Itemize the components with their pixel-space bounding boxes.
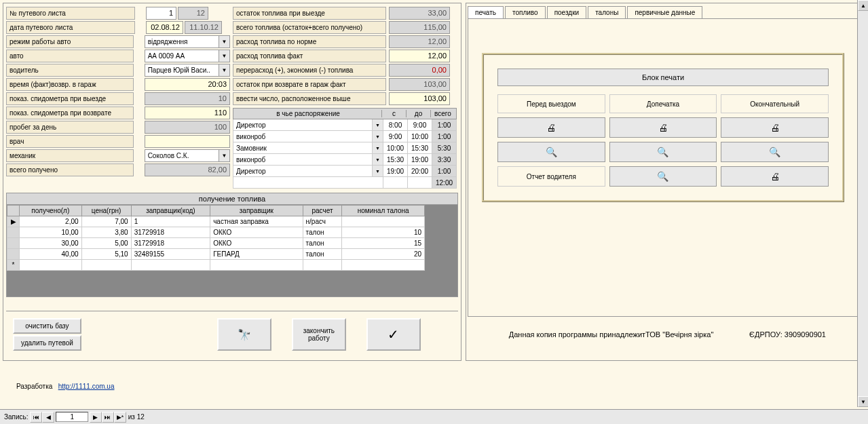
disposal-grand-total: 12:00 (432, 177, 457, 189)
disposal-row[interactable]: Директор▼8:009:001:00 (233, 119, 457, 131)
return-fact: 103,00 (389, 78, 450, 91)
input-sheet-no[interactable]: 1 (146, 7, 176, 20)
label-total-received: всего получено (6, 163, 134, 176)
preview-final-button[interactable]: 🔍 (721, 142, 829, 162)
label-mileage: пробег за день (6, 121, 134, 134)
label-return-time: время (факт)возвр. в гараж (6, 78, 134, 91)
edrpou-value: 3909090901 (785, 330, 826, 339)
nav-first-button[interactable]: ⏮ (30, 412, 42, 423)
magnifier-icon: 🔍 (657, 147, 668, 157)
chevron-down-icon[interactable]: ▼ (372, 119, 383, 130)
disposal-row[interactable]: Директор▼19:0020:001:00 (233, 166, 457, 177)
table-row[interactable]: 40,005,1032489155ГЕПАРДталон20 (7, 249, 425, 260)
label-return-fact: остаток при возврате в гараж факт (233, 78, 386, 91)
tab-первичные данные[interactable]: первичные данные (627, 6, 702, 18)
status-bar: Запись: ⏮ ◀ 1 ▶ ⏭ ▶* из 12 (0, 409, 868, 424)
chevron-down-icon[interactable]: ▼ (372, 154, 383, 165)
disposal-row[interactable]: виконроб▼15:3019:003:30 (233, 154, 457, 166)
search-button[interactable]: 🔭 (217, 318, 271, 351)
driver-report-print-button[interactable]: 🖨 (721, 166, 829, 187)
label-mechanic: механик (6, 149, 134, 162)
disposal-row[interactable]: виконроб▼9:0010:001:00 (233, 131, 457, 142)
label-fuel-out: остаток топлива при выезде (233, 7, 386, 20)
print-header-final: Окончательный (721, 94, 829, 113)
driver-report-preview-button[interactable]: 🔍 (609, 166, 717, 187)
chevron-down-icon[interactable]: ▼ (219, 150, 229, 161)
print-before-button[interactable]: 🖨 (497, 117, 605, 138)
input-doctor[interactable] (145, 135, 230, 148)
disposal-table: в чье распоряжение с до всего Директор▼8… (233, 108, 457, 189)
chevron-down-icon[interactable]: ▼ (372, 166, 383, 176)
delete-sheet-button[interactable]: удалить путевой (13, 335, 81, 351)
label-enter-above: ввести число, расположенное выше (233, 92, 386, 105)
chevron-down-icon[interactable]: ▼ (372, 131, 383, 142)
combo-driver[interactable]: Парцев Юрій Васи.. ▼ (145, 64, 230, 77)
fuel-title: получение топлива (7, 193, 457, 205)
chevron-down-icon[interactable]: ▼ (372, 142, 383, 153)
date2: 11.10.12 (185, 21, 222, 34)
preview-before-button[interactable]: 🔍 (497, 142, 605, 162)
nav-new-button[interactable]: ▶* (114, 412, 126, 423)
input-fuel-fact[interactable]: 12,00 (389, 50, 450, 62)
finish-button[interactable]: закончить работу (292, 318, 346, 351)
table-row[interactable]: 30,005,0031729918ОККОталон15 (7, 238, 425, 249)
chevron-down-icon[interactable]: ▼ (219, 64, 229, 76)
tab-талоны[interactable]: талоны (588, 6, 626, 18)
combo-work-mode[interactable]: відрядження ▼ (145, 35, 230, 48)
table-row[interactable]: 10,003,8031729918ОККОталон10 (7, 227, 425, 238)
label-overrun: перерасход (+), экономия (-) топлива (233, 64, 386, 77)
label-driver: водитель (6, 64, 134, 77)
label-fuel-total: всего топлива (остаток+всего получено) (233, 21, 386, 34)
combo-mechanic[interactable]: Соколов С.К. ▼ (145, 149, 230, 162)
chevron-down-icon[interactable]: ▼ (219, 50, 229, 62)
fuel-out: 33,00 (389, 7, 450, 20)
printer-icon: 🖨 (658, 122, 668, 133)
driver-report-label: Отчет водителя (497, 166, 605, 187)
odo-out: 10 (145, 92, 230, 105)
confirm-button[interactable]: ✓ (366, 318, 421, 351)
nav-next-button[interactable]: ▶ (90, 412, 102, 423)
fuel-table[interactable]: получено(л) цена(грн) заправщик(код) зап… (7, 205, 425, 271)
label-odo-out: показ. спидометра при выезде (6, 92, 134, 105)
total-received: 82,00 (145, 163, 230, 176)
input-return-time[interactable]: 20:03 (145, 78, 230, 91)
printer-icon: 🖨 (546, 122, 556, 133)
record-current[interactable]: 1 (56, 412, 88, 422)
chevron-down-icon[interactable]: ▼ (219, 36, 229, 47)
tab-топливо[interactable]: топливо (505, 6, 546, 18)
scroll-up-icon[interactable]: ▲ (858, 0, 868, 11)
label-sheet-date: дата путевого листа (6, 21, 135, 34)
check-icon: ✓ (388, 326, 399, 343)
dev-credit: Разработка http://1111.com.ua (16, 383, 115, 390)
binoculars-icon: 🔭 (238, 328, 251, 341)
printer-icon: 🖨 (770, 171, 780, 182)
scroll-down-icon[interactable]: ▼ (858, 396, 868, 407)
nav-last-button[interactable]: ⏭ (102, 412, 114, 423)
disposal-row[interactable]: Замовник▼10:0015:305:30 (233, 142, 457, 154)
print-block-title: Блок печати (497, 69, 829, 86)
clear-db-button[interactable]: очистить базу (13, 318, 81, 334)
fuel-norm: 12,00 (389, 35, 450, 48)
nav-prev-button[interactable]: ◀ (42, 412, 54, 423)
combo-auto[interactable]: АА 0009 АА ▼ (145, 50, 230, 62)
label-fuel-fact: расход топлива факт (233, 50, 386, 62)
label-work-mode: режим работы авто (6, 35, 134, 48)
right-panel: печатьтопливопоездкиталоныпервичные данн… (466, 3, 861, 361)
left-panel: № путевого листа 1 12 дата путевого лист… (3, 3, 461, 361)
tab-поездки[interactable]: поездки (547, 6, 586, 18)
tab-печать[interactable]: печать (468, 6, 504, 18)
record-total: из 12 (128, 413, 145, 421)
input-odo-in[interactable]: 110 (145, 107, 230, 119)
input-date1[interactable]: 02.08.12 (146, 21, 183, 34)
dev-link[interactable]: http://1111.com.ua (58, 383, 115, 390)
vertical-scrollbar[interactable]: ▲ ▼ (857, 0, 868, 407)
input-enter-above[interactable]: 103,00 (389, 92, 450, 105)
label-auto: авто (6, 50, 134, 62)
print-extra-button[interactable]: 🖨 (609, 117, 717, 138)
magnifier-icon: 🔍 (546, 147, 557, 157)
table-row[interactable]: ▶2,007,001частная заправкан/расч (7, 216, 425, 227)
overrun: 0,00 (389, 64, 450, 77)
print-final-button[interactable]: 🖨 (721, 117, 829, 138)
label-fuel-norm: расход топлива по норме (233, 35, 386, 48)
preview-extra-button[interactable]: 🔍 (609, 142, 717, 162)
